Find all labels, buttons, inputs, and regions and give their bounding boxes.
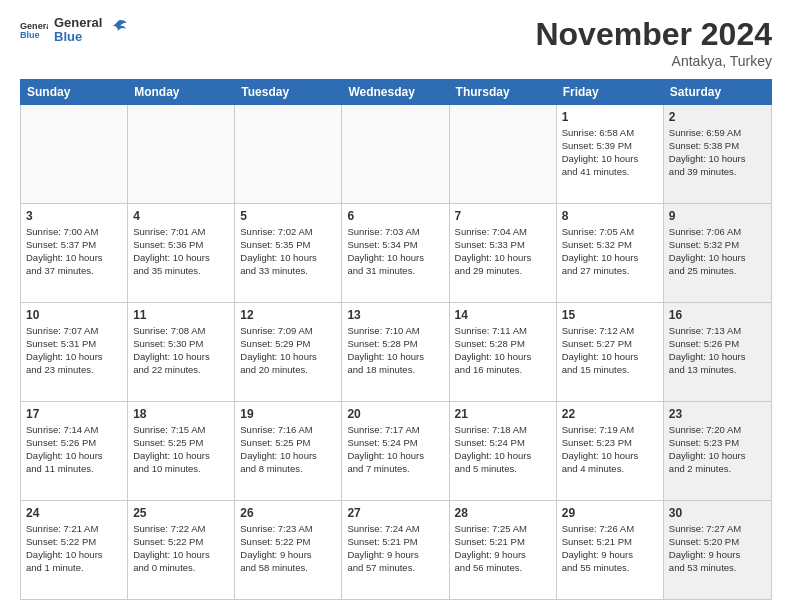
empty-cell [450,105,557,203]
day-info-13: Sunrise: 7:10 AM Sunset: 5:28 PM Dayligh… [347,325,424,374]
day-9: 9Sunrise: 7:06 AM Sunset: 5:32 PM Daylig… [664,204,771,302]
day-number-21: 21 [455,406,551,422]
day-number-14: 14 [455,307,551,323]
day-info-19: Sunrise: 7:16 AM Sunset: 5:25 PM Dayligh… [240,424,317,473]
week-row-4: 17Sunrise: 7:14 AM Sunset: 5:26 PM Dayli… [21,402,771,501]
svg-text:Blue: Blue [20,31,40,41]
day-22: 22Sunrise: 7:19 AM Sunset: 5:23 PM Dayli… [557,402,664,500]
page-header: General Blue General Blue November 2024 … [20,16,772,69]
day-number-12: 12 [240,307,336,323]
day-number-4: 4 [133,208,229,224]
week-row-5: 24Sunrise: 7:21 AM Sunset: 5:22 PM Dayli… [21,501,771,599]
day-number-28: 28 [455,505,551,521]
day-6: 6Sunrise: 7:03 AM Sunset: 5:34 PM Daylig… [342,204,449,302]
day-5: 5Sunrise: 7:02 AM Sunset: 5:35 PM Daylig… [235,204,342,302]
day-info-3: Sunrise: 7:00 AM Sunset: 5:37 PM Dayligh… [26,226,103,275]
day-number-10: 10 [26,307,122,323]
day-info-5: Sunrise: 7:02 AM Sunset: 5:35 PM Dayligh… [240,226,317,275]
location: Antakya, Turkey [535,53,772,69]
day-info-27: Sunrise: 7:24 AM Sunset: 5:21 PM Dayligh… [347,523,419,572]
day-info-15: Sunrise: 7:12 AM Sunset: 5:27 PM Dayligh… [562,325,639,374]
day-info-24: Sunrise: 7:21 AM Sunset: 5:22 PM Dayligh… [26,523,103,572]
day-info-2: Sunrise: 6:59 AM Sunset: 5:38 PM Dayligh… [669,127,746,176]
day-29: 29Sunrise: 7:26 AM Sunset: 5:21 PM Dayli… [557,501,664,599]
day-number-15: 15 [562,307,658,323]
day-4: 4Sunrise: 7:01 AM Sunset: 5:36 PM Daylig… [128,204,235,302]
day-2: 2Sunrise: 6:59 AM Sunset: 5:38 PM Daylig… [664,105,771,203]
day-number-26: 26 [240,505,336,521]
day-10: 10Sunrise: 7:07 AM Sunset: 5:31 PM Dayli… [21,303,128,401]
day-number-13: 13 [347,307,443,323]
day-28: 28Sunrise: 7:25 AM Sunset: 5:21 PM Dayli… [450,501,557,599]
day-7: 7Sunrise: 7:04 AM Sunset: 5:33 PM Daylig… [450,204,557,302]
day-number-19: 19 [240,406,336,422]
calendar-body: 1Sunrise: 6:58 AM Sunset: 5:39 PM Daylig… [20,105,772,600]
day-number-5: 5 [240,208,336,224]
logo: General Blue General Blue [20,16,128,45]
day-info-12: Sunrise: 7:09 AM Sunset: 5:29 PM Dayligh… [240,325,317,374]
day-number-24: 24 [26,505,122,521]
day-info-17: Sunrise: 7:14 AM Sunset: 5:26 PM Dayligh… [26,424,103,473]
day-8: 8Sunrise: 7:05 AM Sunset: 5:32 PM Daylig… [557,204,664,302]
header-sunday: Sunday [21,80,128,104]
day-21: 21Sunrise: 7:18 AM Sunset: 5:24 PM Dayli… [450,402,557,500]
day-number-22: 22 [562,406,658,422]
empty-cell [342,105,449,203]
week-row-1: 1Sunrise: 6:58 AM Sunset: 5:39 PM Daylig… [21,105,771,204]
week-row-2: 3Sunrise: 7:00 AM Sunset: 5:37 PM Daylig… [21,204,771,303]
day-25: 25Sunrise: 7:22 AM Sunset: 5:22 PM Dayli… [128,501,235,599]
day-info-25: Sunrise: 7:22 AM Sunset: 5:22 PM Dayligh… [133,523,210,572]
day-info-30: Sunrise: 7:27 AM Sunset: 5:20 PM Dayligh… [669,523,741,572]
day-number-7: 7 [455,208,551,224]
day-number-30: 30 [669,505,766,521]
day-info-10: Sunrise: 7:07 AM Sunset: 5:31 PM Dayligh… [26,325,103,374]
logo-icon: General Blue [20,16,48,44]
day-3: 3Sunrise: 7:00 AM Sunset: 5:37 PM Daylig… [21,204,128,302]
day-23: 23Sunrise: 7:20 AM Sunset: 5:23 PM Dayli… [664,402,771,500]
day-16: 16Sunrise: 7:13 AM Sunset: 5:26 PM Dayli… [664,303,771,401]
day-number-8: 8 [562,208,658,224]
day-number-2: 2 [669,109,766,125]
day-14: 14Sunrise: 7:11 AM Sunset: 5:28 PM Dayli… [450,303,557,401]
day-info-18: Sunrise: 7:15 AM Sunset: 5:25 PM Dayligh… [133,424,210,473]
day-info-23: Sunrise: 7:20 AM Sunset: 5:23 PM Dayligh… [669,424,746,473]
day-15: 15Sunrise: 7:12 AM Sunset: 5:27 PM Dayli… [557,303,664,401]
day-number-20: 20 [347,406,443,422]
day-info-21: Sunrise: 7:18 AM Sunset: 5:24 PM Dayligh… [455,424,532,473]
calendar: Sunday Monday Tuesday Wednesday Thursday… [20,79,772,600]
day-26: 26Sunrise: 7:23 AM Sunset: 5:22 PM Dayli… [235,501,342,599]
day-info-9: Sunrise: 7:06 AM Sunset: 5:32 PM Dayligh… [669,226,746,275]
day-17: 17Sunrise: 7:14 AM Sunset: 5:26 PM Dayli… [21,402,128,500]
header-monday: Monday [128,80,235,104]
day-number-17: 17 [26,406,122,422]
day-info-29: Sunrise: 7:26 AM Sunset: 5:21 PM Dayligh… [562,523,634,572]
empty-cell [21,105,128,203]
day-number-27: 27 [347,505,443,521]
logo-blue: Blue [54,30,102,44]
week-row-3: 10Sunrise: 7:07 AM Sunset: 5:31 PM Dayli… [21,303,771,402]
day-13: 13Sunrise: 7:10 AM Sunset: 5:28 PM Dayli… [342,303,449,401]
day-1: 1Sunrise: 6:58 AM Sunset: 5:39 PM Daylig… [557,105,664,203]
day-19: 19Sunrise: 7:16 AM Sunset: 5:25 PM Dayli… [235,402,342,500]
title-section: November 2024 Antakya, Turkey [535,16,772,69]
day-info-11: Sunrise: 7:08 AM Sunset: 5:30 PM Dayligh… [133,325,210,374]
day-info-4: Sunrise: 7:01 AM Sunset: 5:36 PM Dayligh… [133,226,210,275]
day-info-28: Sunrise: 7:25 AM Sunset: 5:21 PM Dayligh… [455,523,527,572]
day-11: 11Sunrise: 7:08 AM Sunset: 5:30 PM Dayli… [128,303,235,401]
empty-cell [235,105,342,203]
day-number-23: 23 [669,406,766,422]
day-18: 18Sunrise: 7:15 AM Sunset: 5:25 PM Dayli… [128,402,235,500]
header-friday: Friday [557,80,664,104]
day-number-3: 3 [26,208,122,224]
day-info-26: Sunrise: 7:23 AM Sunset: 5:22 PM Dayligh… [240,523,312,572]
month-title: November 2024 [535,16,772,53]
day-number-11: 11 [133,307,229,323]
day-number-25: 25 [133,505,229,521]
svg-text:General: General [20,21,48,31]
day-info-16: Sunrise: 7:13 AM Sunset: 5:26 PM Dayligh… [669,325,746,374]
header-tuesday: Tuesday [235,80,342,104]
day-number-16: 16 [669,307,766,323]
logo-general: General [54,16,102,30]
day-info-1: Sunrise: 6:58 AM Sunset: 5:39 PM Dayligh… [562,127,639,176]
day-info-6: Sunrise: 7:03 AM Sunset: 5:34 PM Dayligh… [347,226,424,275]
